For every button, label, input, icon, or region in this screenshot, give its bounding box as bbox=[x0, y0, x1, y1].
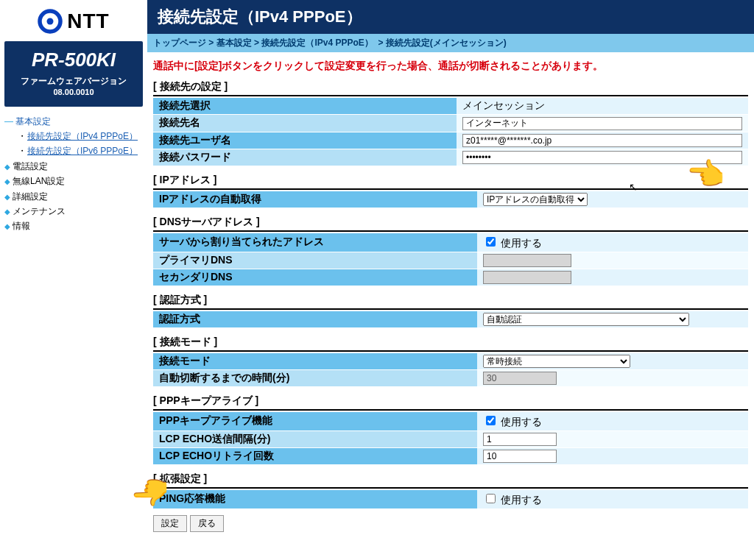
nav: 基本設定 接続先設定（IPv4 PPPoE） 接続先設定（IPv6 PPPoE）… bbox=[0, 114, 147, 234]
ntt-logo-icon bbox=[38, 9, 63, 34]
section-ext: [ 拡張設定 ] bbox=[153, 472, 748, 489]
section-conn: [ 接続先の設定 ] bbox=[153, 80, 748, 96]
crumb-basic[interactable]: 基本設定 bbox=[216, 38, 252, 48]
conn-name-input[interactable] bbox=[462, 117, 742, 130]
conn-user-label: 接続先ユーザ名 bbox=[153, 132, 457, 149]
mode-select[interactable]: 常時接続 bbox=[483, 355, 630, 368]
crumb-top[interactable]: トップページ bbox=[153, 38, 206, 48]
back-button[interactable]: 戻る bbox=[190, 515, 224, 532]
auth-method-select[interactable]: 自動認証 bbox=[483, 313, 689, 326]
ext-table: PING応答機能 使用する bbox=[153, 490, 748, 509]
firmware-label: ファームウェアバージョン bbox=[9, 76, 138, 88]
crumb-current: 接続先設定(メインセッション) bbox=[386, 38, 507, 48]
ppp-table: PPPキープアライブ機能 使用する LCP ECHO送信間隔(分) LCP EC… bbox=[153, 412, 748, 465]
echo-int-input[interactable] bbox=[483, 433, 557, 446]
auth-method-label: 認証方式 bbox=[153, 311, 477, 328]
echo-retry-label: LCP ECHOリトライ回数 bbox=[153, 447, 477, 464]
ppp-func-checkbox[interactable] bbox=[486, 416, 496, 425]
nav-wlan[interactable]: 無線LAN設定 bbox=[4, 174, 143, 188]
conn-select-value: メインセッション bbox=[457, 98, 748, 115]
ip-auto-select[interactable]: IPアドレスの自動取得 bbox=[483, 193, 588, 206]
mode-table: 接続モード 常時接続 自動切断するまでの時間(分) bbox=[153, 353, 748, 387]
ip-table: IPアドレスの自動取得 IPアドレスの自動取得 ↖ bbox=[153, 191, 748, 208]
dns-use-label: 使用する bbox=[501, 237, 542, 249]
svg-point-1 bbox=[47, 18, 54, 25]
nav-info[interactable]: 情報 bbox=[4, 219, 143, 233]
dns-table: サーバから割り当てられたアドレス 使用する プライマリDNS セカンダリDNS bbox=[153, 233, 748, 286]
conn-name-label: 接続先名 bbox=[153, 115, 457, 132]
conn-table: 接続先選択 メインセッション 接続先名 接続先ユーザ名 👈 接続パスワード bbox=[153, 98, 748, 166]
dns-secondary-input bbox=[483, 271, 571, 284]
dns-assigned-checkbox[interactable] bbox=[486, 237, 496, 247]
content: 通話中に[設定]ボタンをクリックして設定変更を行った場合、通話が切断されることが… bbox=[147, 52, 754, 544]
nav-detail[interactable]: 詳細設定 bbox=[4, 189, 143, 204]
section-dns: [ DNSサーバアドレス ] bbox=[153, 216, 748, 232]
sidebar: NTT PR-500KI ファームウェアバージョン 08.00.0010 基本設… bbox=[0, 0, 147, 544]
model-name: PR-500KI bbox=[9, 49, 138, 71]
nav-phone[interactable]: 電話設定 bbox=[4, 159, 143, 174]
auth-table: 認証方式 自動認証 bbox=[153, 311, 748, 328]
breadcrumb: トップページ > 基本設定 > 接続先設定（IPv4 PPPoE） > 接続先設… bbox=[147, 34, 754, 52]
section-auth: [ 認証方式 ] bbox=[153, 294, 748, 310]
button-row: 設定 戻る bbox=[153, 515, 748, 532]
section-mode: [ 接続モード ] bbox=[153, 336, 748, 352]
idle-label: 自動切断するまでの時間(分) bbox=[153, 369, 477, 386]
ppp-func-label: PPPキープアライブ機能 bbox=[153, 412, 477, 431]
section-ppp: [ PPPキープアライブ ] bbox=[153, 394, 748, 411]
conn-select-label: 接続先選択 bbox=[153, 98, 457, 115]
conn-pass-label: 接続パスワード bbox=[153, 149, 457, 166]
warning-text: 通話中に[設定]ボタンをクリックして設定変更を行った場合、通話が切断されることが… bbox=[153, 60, 748, 73]
ping-checkbox[interactable] bbox=[486, 494, 496, 503]
dns-assigned-label: サーバから割り当てられたアドレス bbox=[153, 233, 477, 252]
ping-label: PING応答機能 bbox=[153, 490, 477, 509]
ppp-use-label: 使用する bbox=[501, 416, 542, 428]
nav-ipv4[interactable]: 接続先設定（IPv4 PPPoE） bbox=[4, 129, 143, 143]
company-name: NTT bbox=[67, 10, 109, 33]
nav-maint[interactable]: メンテナンス bbox=[4, 204, 143, 219]
echo-retry-input[interactable] bbox=[483, 450, 557, 463]
conn-user-input[interactable] bbox=[462, 134, 742, 147]
ping-use-label: 使用する bbox=[501, 494, 542, 506]
section-ip: [ IPアドレス ] bbox=[153, 174, 748, 190]
nav-basic[interactable]: 基本設定 bbox=[4, 114, 143, 129]
logo: NTT bbox=[0, 6, 147, 41]
main: 接続先設定（IPv4 PPPoE） トップページ > 基本設定 > 接続先設定（… bbox=[147, 0, 754, 544]
dns-primary-label: プライマリDNS bbox=[153, 252, 477, 269]
mode-label: 接続モード bbox=[153, 353, 477, 370]
dns-primary-input bbox=[483, 254, 571, 267]
ip-auto-label: IPアドレスの自動取得 bbox=[153, 191, 477, 208]
idle-input bbox=[483, 372, 557, 385]
echo-int-label: LCP ECHO送信間隔(分) bbox=[153, 430, 477, 447]
firmware-version: 08.00.0010 bbox=[9, 88, 138, 96]
model-box: PR-500KI ファームウェアバージョン 08.00.0010 bbox=[4, 41, 143, 107]
nav-ipv6[interactable]: 接続先設定（IPv6 PPPoE） bbox=[4, 143, 143, 158]
dns-secondary-label: セカンダリDNS bbox=[153, 269, 477, 286]
conn-pass-input[interactable] bbox=[462, 151, 742, 164]
page-title: 接続先設定（IPv4 PPPoE） bbox=[147, 0, 754, 34]
apply-button[interactable]: 設定 bbox=[153, 515, 187, 532]
crumb-ipv4[interactable]: 接続先設定（IPv4 PPPoE） bbox=[261, 38, 373, 48]
